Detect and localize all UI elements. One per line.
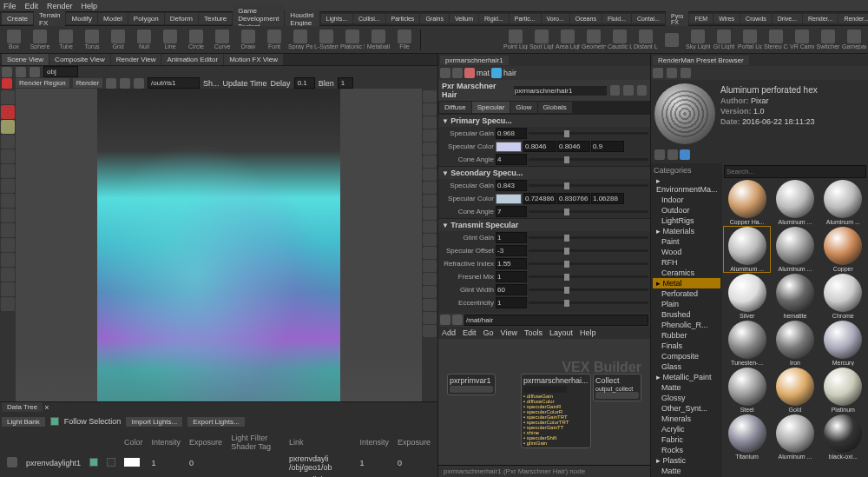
refract-input[interactable] [496,258,527,269]
fwd-icon[interactable] [452,68,463,78]
shelf-item[interactable]: Sphere [28,30,52,50]
category-item[interactable]: Matte [653,382,720,393]
tab-globals[interactable]: Globals [538,102,572,113]
opt-icon[interactable] [423,169,437,181]
opt-icon[interactable] [423,182,437,194]
help-icon[interactable] [637,85,647,96]
category-item[interactable]: Phenolic_R... [653,320,720,330]
fwd-icon[interactable] [16,67,26,77]
path-input[interactable] [43,66,78,77]
slider[interactable] [529,158,648,161]
import-lights[interactable]: Import Lights... [126,417,182,427]
render-button[interactable]: Render [73,78,102,88]
shelf-tab[interactable]: Modify [66,13,97,24]
tool-icon[interactable] [1,268,15,282]
shelf-tab[interactable]: Vellum [450,14,478,23]
shelf-tab[interactable]: Voro... [542,14,569,23]
pane-tab[interactable]: Motion FX View [224,54,283,65]
shelf-tab[interactable]: Polygon [128,13,164,24]
shelf-item[interactable]: Grid [106,30,130,50]
fresnel-input[interactable] [496,271,527,282]
category-item[interactable]: Matte [653,466,720,476]
preset-item[interactable]: Copper Ha... [724,180,770,225]
opt-icon[interactable] [423,273,437,285]
magnet-icon[interactable] [1,223,15,237]
shelf-item[interactable]: Spray Paint [288,30,312,50]
preset-item[interactable]: Iron [772,321,818,366]
node-menu-item[interactable]: Edit [463,328,477,337]
next-icon[interactable] [134,78,144,89]
shelf-tab[interactable]: Lights... [321,14,353,23]
slider[interactable] [529,249,648,252]
category-item[interactable]: Brushed [653,309,720,320]
search-input[interactable] [724,165,866,178]
home-icon[interactable] [681,68,691,78]
glint-width-input[interactable] [496,284,527,295]
section-primary[interactable]: ▼ Primary Specu... [438,115,650,127]
fwd-icon[interactable] [452,315,463,325]
color-swatch[interactable] [496,142,522,152]
shelf-item[interactable]: Spot Light [529,30,554,50]
col-header[interactable] [23,433,84,452]
gain-input[interactable] [496,180,527,191]
col-header[interactable] [103,433,119,452]
tool-icon[interactable] [1,238,15,252]
shelf-item[interactable]: Gamepad Camera [842,30,866,50]
tool-icon[interactable] [1,253,15,267]
back-icon[interactable] [440,315,450,325]
section-secondary[interactable]: ▼ Secondary Specu... [438,167,650,179]
slider[interactable] [529,275,648,278]
slider[interactable] [529,236,648,239]
opt-icon[interactable] [423,142,437,155]
preset-item[interactable]: Titanium [724,414,770,460]
shelf-item[interactable]: Portal Light [738,30,762,50]
color-swatch[interactable] [124,458,140,467]
col-header[interactable]: Intensity [356,433,392,452]
category-item[interactable]: Other_Synt... [653,403,720,414]
shelf-tab[interactable]: Rigid... [479,14,509,23]
color-swatch[interactable] [496,194,522,204]
category-item[interactable]: Outdoor [653,205,720,215]
pane-tab[interactable]: Composite View [49,54,110,65]
render-region[interactable]: Render Region [16,78,69,88]
enable-checkbox[interactable] [89,458,98,467]
back-icon[interactable] [440,68,450,78]
shader-name-input[interactable] [514,86,607,96]
info-icon[interactable] [680,149,690,160]
menu-help[interactable]: Help [82,2,98,10]
category-item[interactable]: Perforated [653,288,720,299]
shelf-tab[interactable]: Drive... [773,14,802,23]
shelf-item[interactable]: Font [262,30,286,50]
category-item[interactable]: Glossy [653,393,720,403]
pause-icon[interactable] [120,78,130,89]
close-icon[interactable]: × [44,403,49,412]
shelf-tab[interactable]: Partic... [510,14,541,23]
shelf-item[interactable]: VR Camera [790,30,814,50]
category-item[interactable]: RFH [653,257,720,268]
category-item[interactable]: Paint [653,236,720,247]
delay-input[interactable] [294,77,315,89]
tool-icon[interactable] [1,282,15,296]
shelf-tab[interactable]: Deform [165,13,198,24]
tool-icon[interactable] [1,164,15,178]
opt-icon[interactable] [423,260,437,272]
shelf-item[interactable]: Metaball [366,30,391,50]
shelf-item[interactable]: Caustic Light [608,30,632,50]
shelf-tab[interactable]: Crowds [740,14,772,23]
category-item[interactable]: Fabric [653,434,720,445]
shelf-item[interactable]: Line [158,30,182,50]
category-item[interactable]: Ceramics [653,268,720,278]
back-icon[interactable] [653,68,663,78]
slider[interactable] [529,184,648,187]
scale-icon[interactable] [1,149,15,163]
shelf-item[interactable]: L-System [314,30,339,50]
preset-item[interactable]: Platinum [820,368,866,413]
g-input[interactable] [557,141,590,152]
opt-icon[interactable] [423,156,437,168]
shelf-item[interactable]: Draw [236,30,260,50]
fwd-icon[interactable] [667,68,677,78]
preset-item[interactable]: Steel [724,368,770,413]
col-header[interactable]: Exposure [186,433,226,452]
gain-input[interactable] [496,128,527,139]
rotate-icon[interactable] [1,135,15,149]
